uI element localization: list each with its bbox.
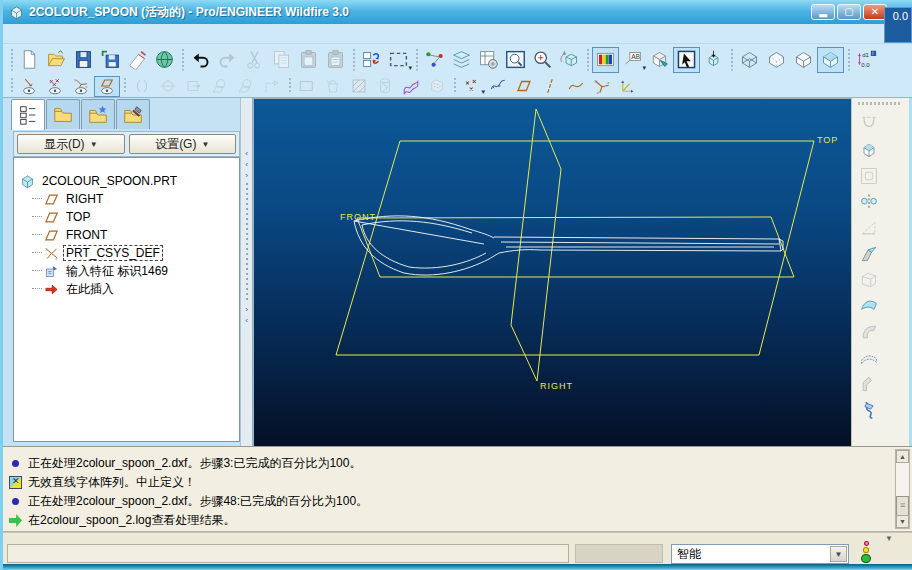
copy-button[interactable]: [268, 47, 295, 73]
rectangle-tool[interactable]: [294, 76, 320, 97]
open-file-button[interactable]: [43, 47, 70, 73]
layers-button[interactable]: [448, 47, 475, 73]
annotation-button[interactable]: [619, 47, 646, 73]
sketched-curve-tool[interactable]: [563, 76, 589, 97]
expand-right-icon[interactable]: ›: [245, 172, 248, 180]
view-manager-button[interactable]: [475, 47, 502, 73]
settings-menu-button[interactable]: 设置(G)▼: [129, 134, 237, 154]
cylinder-surface-tool[interactable]: [372, 76, 398, 97]
pick-from-list-button[interactable]: [700, 47, 727, 73]
tree-item-csys[interactable]: PRT_CSYS_DEF: [20, 244, 235, 262]
scroll-up-icon[interactable]: ▲: [896, 450, 909, 463]
extrude-tool[interactable]: [857, 138, 880, 161]
menu-info[interactable]: [111, 33, 131, 35]
regenerate-button[interactable]: [358, 47, 385, 73]
draft-tool[interactable]: [857, 216, 880, 239]
menu-applications[interactable]: [131, 33, 151, 35]
datum-plane-tool[interactable]: [511, 76, 537, 97]
tree-item-front[interactable]: FRONT: [20, 226, 235, 244]
scroll-down-icon[interactable]: ▼: [896, 515, 909, 528]
menu-insert[interactable]: [71, 33, 91, 35]
section-plane-tool[interactable]: [207, 76, 233, 97]
branch-arrow-tool[interactable]: [259, 76, 285, 97]
graphics-viewport[interactable]: FRONT TOP RIGHT: [253, 98, 851, 446]
collapse-left-icon[interactable]: ‹: [245, 150, 248, 158]
datum-point-tool[interactable]: [459, 76, 485, 97]
shaded-button[interactable]: [817, 47, 844, 73]
repaint-button[interactable]: [502, 47, 529, 73]
coordinate-system-tool[interactable]: [615, 76, 641, 97]
menu-analysis[interactable]: [91, 33, 111, 35]
wireframe-button[interactable]: [736, 47, 763, 73]
point-display-toggle[interactable]: [42, 76, 68, 97]
boundary-blend-tool[interactable]: [857, 346, 880, 369]
hatch-tool[interactable]: [346, 76, 372, 97]
model-tree-tab[interactable]: [11, 99, 45, 130]
menu-help[interactable]: [191, 33, 211, 35]
title-bar[interactable]: 2COLOUR_SPOON (活动的) - Pro/ENGINEER Wildf…: [3, 0, 912, 24]
display-settings-button[interactable]: [646, 47, 673, 73]
hidden-line-button[interactable]: [763, 47, 790, 73]
select-box-button[interactable]: [385, 47, 412, 73]
zoom-in-button[interactable]: [529, 47, 556, 73]
folder-browser-tab[interactable]: [46, 99, 80, 129]
redo-button[interactable]: [214, 47, 241, 73]
expand-right-icon[interactable]: ›: [245, 306, 248, 314]
dimension-info-button[interactable]: [853, 47, 880, 73]
collapse-left-icon[interactable]: ‹: [245, 317, 248, 325]
menu-window[interactable]: [171, 33, 191, 35]
mesh-box-tool[interactable]: [424, 76, 450, 97]
connections-tab[interactable]: [116, 99, 150, 129]
plane-display-toggle[interactable]: [94, 76, 120, 97]
style-surface-tool[interactable]: [857, 294, 880, 317]
tree-item-top[interactable]: TOP: [20, 208, 235, 226]
round-tool[interactable]: [857, 320, 880, 343]
csys-display-toggle[interactable]: [68, 76, 94, 97]
curve-through-points-tool[interactable]: [485, 76, 511, 97]
show-menu-button[interactable]: 显示(D)▼: [17, 134, 125, 154]
section-offset-tool[interactable]: [233, 76, 259, 97]
message-scrollbar[interactable]: ▲ ▼: [895, 449, 910, 529]
wavy-surface-tool[interactable]: [398, 76, 424, 97]
section-box-tool[interactable]: [181, 76, 207, 97]
menu-edit[interactable]: [31, 33, 51, 35]
selection-filter-combo[interactable]: 智能 ▼: [671, 544, 849, 564]
sash-grip[interactable]: [246, 183, 248, 303]
paste-special-button[interactable]: [322, 47, 349, 73]
minimize-button[interactable]: ▂: [811, 4, 835, 20]
chevron-down-icon[interactable]: ▼: [830, 546, 847, 562]
favorites-tab[interactable]: [81, 99, 115, 129]
datum-csys-tool[interactable]: [589, 76, 615, 97]
paste-button[interactable]: [295, 47, 322, 73]
new-file-button[interactable]: [16, 47, 43, 73]
fill-bucket-tool[interactable]: [320, 76, 346, 97]
mirror-tool[interactable]: [857, 190, 880, 213]
revolve-tool[interactable]: [857, 112, 880, 135]
tree-item-right[interactable]: RIGHT: [20, 190, 235, 208]
save-button[interactable]: [70, 47, 97, 73]
arc-tangent-tool[interactable]: [129, 76, 155, 97]
web-browser-button[interactable]: [151, 47, 178, 73]
warp-tool[interactable]: [857, 398, 880, 421]
no-hidden-button[interactable]: [790, 47, 817, 73]
shell-tool[interactable]: [857, 268, 880, 291]
tree-item-part[interactable]: 2COLOUR_SPOON.PRT: [20, 172, 235, 190]
collapse-message-button[interactable]: ▼: [885, 534, 893, 543]
maximize-button[interactable]: ▢: [837, 4, 861, 20]
menu-tools[interactable]: [151, 33, 171, 35]
select-items-button[interactable]: [673, 47, 700, 73]
menu-view[interactable]: [51, 33, 71, 35]
datum-axis-tool[interactable]: [537, 76, 563, 97]
erase-display-button[interactable]: [124, 47, 151, 73]
save-copy-button[interactable]: [97, 47, 124, 73]
collapse-left-icon[interactable]: ‹: [245, 161, 248, 169]
find-button[interactable]: [421, 47, 448, 73]
cut-button[interactable]: [241, 47, 268, 73]
rib-tool[interactable]: [857, 242, 880, 265]
tree-item-insert-here[interactable]: 在此插入: [20, 280, 235, 298]
menu-file[interactable]: [11, 33, 31, 35]
undo-button[interactable]: [187, 47, 214, 73]
chamfer-tool[interactable]: [857, 372, 880, 395]
sketch-frame-tool[interactable]: [857, 164, 880, 187]
reorient-view-button[interactable]: [556, 47, 583, 73]
